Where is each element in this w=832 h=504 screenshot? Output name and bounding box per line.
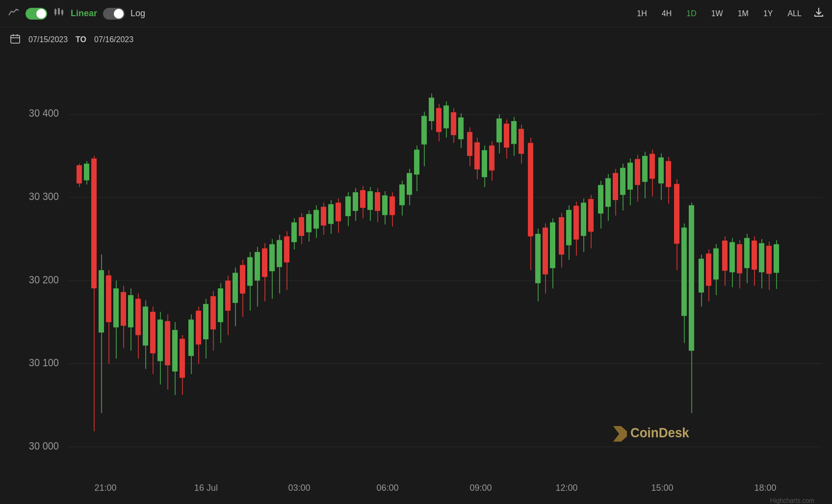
svg-rect-72 <box>218 288 223 322</box>
svg-rect-34 <box>77 165 82 183</box>
svg-rect-202 <box>713 249 719 280</box>
svg-rect-88 <box>277 240 282 267</box>
svg-rect-38 <box>91 158 97 288</box>
svg-rect-44 <box>113 288 119 327</box>
svg-rect-102 <box>328 204 334 224</box>
svg-rect-200 <box>706 253 711 286</box>
timeframe-1d[interactable]: 1D <box>683 7 699 20</box>
timeframe-1m[interactable]: 1M <box>735 7 752 20</box>
svg-rect-204 <box>722 241 728 271</box>
calendar-icon[interactable] <box>10 33 21 47</box>
svg-rect-192 <box>674 184 679 244</box>
svg-rect-170 <box>588 199 594 232</box>
svg-rect-94 <box>299 217 304 236</box>
svg-rect-118 <box>390 197 395 215</box>
svg-rect-110 <box>360 190 365 208</box>
svg-rect-182 <box>635 159 640 185</box>
svg-rect-100 <box>321 207 326 226</box>
chart-area[interactable]: 30 400 30 300 30 200 30 100 30 000 21:00… <box>0 52 832 504</box>
svg-rect-132 <box>443 105 449 128</box>
svg-rect-64 <box>188 320 194 356</box>
svg-rect-150 <box>511 121 517 144</box>
svg-rect-116 <box>382 195 388 215</box>
svg-rect-152 <box>519 129 524 154</box>
svg-rect-70 <box>210 296 216 329</box>
svg-rect-130 <box>436 108 442 132</box>
svg-rect-1 <box>58 8 60 14</box>
log-label[interactable]: Log <box>130 8 145 19</box>
svg-text:30 000: 30 000 <box>29 440 59 452</box>
svg-rect-160 <box>550 223 555 268</box>
svg-text:30 200: 30 200 <box>29 274 59 285</box>
svg-text:CoinDesk: CoinDesk <box>630 426 689 441</box>
chart-container: Linear Log 1H 4H 1D 1W 1M 1Y ALL <box>0 0 832 504</box>
date-to-label: TO <box>76 35 86 44</box>
svg-rect-144 <box>489 146 494 171</box>
svg-rect-74 <box>225 280 231 310</box>
candlestick-icon[interactable] <box>53 7 65 20</box>
svg-rect-122 <box>407 173 412 195</box>
svg-text:12:00: 12:00 <box>555 482 577 493</box>
svg-rect-162 <box>559 217 564 254</box>
svg-text:30 300: 30 300 <box>29 190 59 202</box>
svg-rect-112 <box>367 191 373 210</box>
svg-rect-56 <box>157 320 163 361</box>
svg-rect-218 <box>774 244 779 273</box>
timeframe-all[interactable]: ALL <box>785 7 805 20</box>
timeframe-1w[interactable]: 1W <box>708 7 726 20</box>
svg-rect-190 <box>666 161 671 187</box>
svg-rect-106 <box>345 197 351 216</box>
svg-rect-174 <box>605 178 611 207</box>
svg-rect-196 <box>689 205 694 351</box>
svg-rect-168 <box>581 202 586 236</box>
svg-rect-148 <box>504 124 509 148</box>
svg-rect-104 <box>336 202 341 221</box>
svg-rect-46 <box>121 292 126 326</box>
svg-rect-164 <box>566 210 572 245</box>
log-toggle[interactable] <box>103 8 125 20</box>
svg-rect-136 <box>458 118 464 140</box>
svg-rect-142 <box>482 150 487 177</box>
svg-rect-0 <box>54 9 56 14</box>
svg-rect-114 <box>375 192 380 211</box>
timeframe-4h[interactable]: 4H <box>659 7 675 20</box>
svg-rect-60 <box>172 330 178 372</box>
svg-rect-84 <box>262 249 267 277</box>
timeframe-1y[interactable]: 1Y <box>760 7 776 20</box>
svg-rect-78 <box>240 265 245 294</box>
svg-rect-186 <box>650 154 655 179</box>
svg-rect-48 <box>128 295 133 328</box>
svg-rect-86 <box>269 244 275 271</box>
svg-rect-126 <box>421 116 427 144</box>
svg-rect-208 <box>737 244 742 273</box>
svg-rect-76 <box>233 273 238 302</box>
svg-rect-194 <box>681 227 687 316</box>
svg-rect-146 <box>496 119 502 143</box>
svg-rect-10 <box>11 35 20 43</box>
svg-rect-80 <box>247 257 253 286</box>
date-from[interactable]: 07/15/2023 <box>28 35 68 44</box>
svg-rect-108 <box>353 192 358 211</box>
svg-rect-98 <box>313 210 319 228</box>
date-to[interactable]: 07/16/2023 <box>94 35 133 44</box>
svg-rect-138 <box>467 132 472 156</box>
line-chart-icon[interactable] <box>8 7 20 20</box>
svg-text:09:00: 09:00 <box>469 482 492 493</box>
svg-rect-120 <box>399 184 405 205</box>
svg-rect-214 <box>759 243 764 272</box>
chart-type-toggle[interactable] <box>26 8 47 20</box>
timeframe-1h[interactable]: 1H <box>634 7 650 20</box>
svg-rect-2 <box>61 10 63 14</box>
download-button[interactable] <box>813 7 824 20</box>
svg-text:30 100: 30 100 <box>29 357 59 369</box>
svg-rect-36 <box>84 164 89 180</box>
svg-text:30 400: 30 400 <box>29 107 59 119</box>
svg-rect-176 <box>613 173 618 200</box>
svg-rect-90 <box>284 236 289 262</box>
svg-rect-58 <box>165 321 170 365</box>
svg-rect-156 <box>535 234 541 283</box>
svg-rect-180 <box>627 163 633 190</box>
linear-label[interactable]: Linear <box>71 8 97 19</box>
svg-rect-62 <box>180 339 185 378</box>
date-bar: 07/15/2023 TO 07/16/2023 <box>0 27 832 52</box>
